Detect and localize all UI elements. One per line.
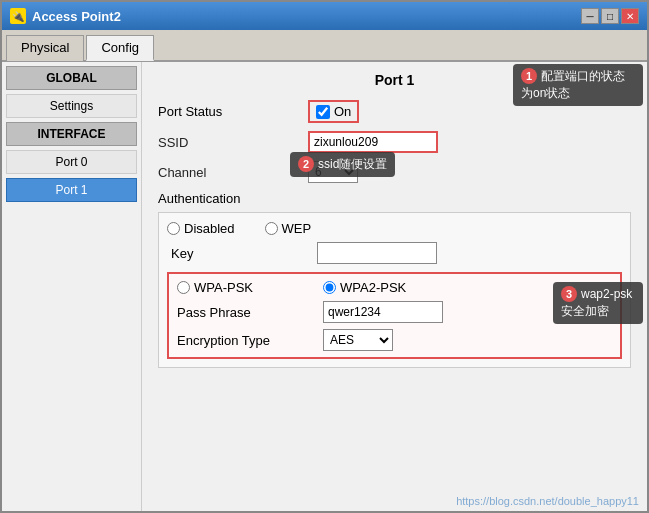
passphrase-row: Pass Phrase: [177, 301, 612, 323]
ssid-row: SSID: [158, 131, 631, 153]
ssid-label: SSID: [158, 135, 308, 150]
title-bar: 🔌 Access Point2 ─ □ ✕: [2, 2, 647, 30]
key-row: Key: [167, 242, 622, 264]
ssid-input[interactable]: [308, 131, 438, 153]
maximize-button[interactable]: □: [601, 8, 619, 24]
tab-bar: Physical Config: [2, 30, 647, 62]
callout-3-num: 3: [561, 286, 577, 302]
disabled-radio-item[interactable]: Disabled: [167, 221, 235, 236]
minimize-button[interactable]: ─: [581, 8, 599, 24]
wep-radio-item[interactable]: WEP: [265, 221, 312, 236]
channel-label: Channel: [158, 165, 308, 180]
enc-row: Encryption Type AES TKIP: [177, 329, 612, 351]
passphrase-label: Pass Phrase: [177, 305, 323, 320]
watermark: https://blog.csdn.net/double_happy11: [456, 495, 639, 507]
key-label: Key: [171, 246, 317, 261]
tab-config[interactable]: Config: [86, 35, 154, 61]
window: 🔌 Access Point2 ─ □ ✕ Physical Config GL…: [0, 0, 649, 513]
callout-1-num: 1: [521, 68, 537, 84]
callout-2: 2ssid随便设置: [290, 152, 395, 177]
sidebar-item-port1[interactable]: Port 1: [6, 178, 137, 202]
enc-type-select[interactable]: AES TKIP: [323, 329, 393, 351]
auth-radio-row1: Disabled WEP: [167, 221, 622, 236]
wpa-psk-radio[interactable]: [177, 281, 190, 294]
sidebar-scroll: GLOBAL Settings INTERFACE Port 0 Port 1: [6, 66, 137, 507]
tab-physical[interactable]: Physical: [6, 35, 84, 61]
callout-3: 3wap2-psk安全加密: [553, 282, 643, 324]
enc-type-label: Encryption Type: [177, 333, 323, 348]
wpa2-psk-radio[interactable]: [323, 281, 336, 294]
title-bar-buttons: ─ □ ✕: [581, 8, 639, 24]
window-title: Access Point2: [32, 9, 121, 24]
sidebar-item-settings[interactable]: Settings: [6, 94, 137, 118]
on-label: On: [334, 104, 351, 119]
callout-2-text: ssid随便设置: [318, 157, 387, 171]
content-area: Port 1 Port Status On SSID Channel 6 1: [142, 62, 647, 511]
key-input[interactable]: [317, 242, 437, 264]
disabled-radio[interactable]: [167, 222, 180, 235]
port-status-checkbox[interactable]: [316, 105, 330, 119]
title-bar-left: 🔌 Access Point2: [10, 8, 121, 24]
wpa-radio-row: WPA-PSK WPA2-PSK: [177, 280, 612, 295]
wpa-psk-radio-item[interactable]: WPA-PSK: [177, 280, 323, 295]
wpa2-psk-radio-item[interactable]: WPA2-PSK: [323, 280, 406, 295]
app-icon: 🔌: [10, 8, 26, 24]
wpa2-psk-label: WPA2-PSK: [340, 280, 406, 295]
auth-section-label: Authentication: [158, 191, 631, 206]
close-button[interactable]: ✕: [621, 8, 639, 24]
on-checkbox-area: On: [308, 100, 359, 123]
sidebar-section-global: GLOBAL: [6, 66, 137, 90]
wep-label: WEP: [282, 221, 312, 236]
passphrase-input[interactable]: [323, 301, 443, 323]
sidebar-section-interface: INTERFACE: [6, 122, 137, 146]
port-status-label: Port Status: [158, 104, 308, 119]
callout-2-num: 2: [298, 156, 314, 172]
wep-radio[interactable]: [265, 222, 278, 235]
sidebar: GLOBAL Settings INTERFACE Port 0 Port 1: [2, 62, 142, 511]
wpa-psk-label: WPA-PSK: [194, 280, 253, 295]
disabled-label: Disabled: [184, 221, 235, 236]
main-content: GLOBAL Settings INTERFACE Port 0 Port 1 …: [2, 62, 647, 511]
callout-1: 1配置端口的状态为on状态: [513, 64, 643, 106]
sidebar-item-port0[interactable]: Port 0: [6, 150, 137, 174]
